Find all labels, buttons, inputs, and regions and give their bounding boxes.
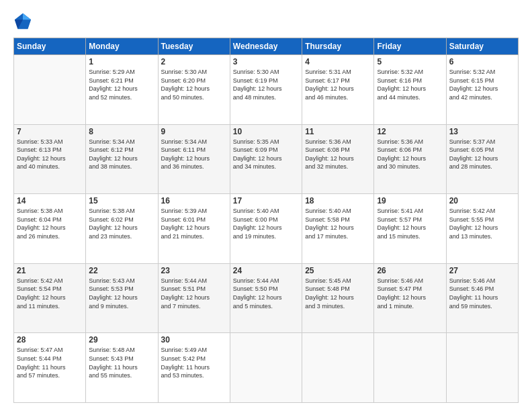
calendar-cell: 24Sunrise: 5:44 AM Sunset: 5:50 PM Dayli…: [230, 263, 302, 333]
calendar-cell: 8Sunrise: 5:34 AM Sunset: 6:12 PM Daylig…: [86, 124, 158, 194]
calendar-cell: 23Sunrise: 5:44 AM Sunset: 5:51 PM Dayli…: [158, 263, 230, 333]
day-number: 3: [233, 57, 299, 66]
calendar-cell: 29Sunrise: 5:48 AM Sunset: 5:43 PM Dayli…: [86, 333, 158, 403]
day-info: Sunrise: 5:31 AM Sunset: 6:17 PM Dayligh…: [305, 68, 371, 101]
calendar-table: SundayMondayTuesdayWednesdayThursdayFrid…: [13, 38, 519, 403]
day-number: 19: [377, 196, 443, 205]
day-number: 1: [89, 57, 154, 66]
day-info: Sunrise: 5:42 AM Sunset: 5:55 PM Dayligh…: [449, 207, 515, 240]
day-number: 7: [17, 127, 83, 136]
day-info: Sunrise: 5:38 AM Sunset: 6:02 PM Dayligh…: [89, 207, 154, 240]
weekday-header-friday: Friday: [374, 38, 446, 55]
day-info: Sunrise: 5:45 AM Sunset: 5:48 PM Dayligh…: [305, 277, 371, 310]
day-number: 18: [305, 196, 371, 205]
day-info: Sunrise: 5:35 AM Sunset: 6:09 PM Dayligh…: [233, 138, 299, 171]
weekday-header-wednesday: Wednesday: [230, 38, 302, 55]
calendar-cell: 2Sunrise: 5:30 AM Sunset: 6:20 PM Daylig…: [158, 55, 230, 125]
calendar-cell: [374, 333, 446, 403]
day-info: Sunrise: 5:44 AM Sunset: 5:51 PM Dayligh…: [161, 277, 227, 310]
day-number: 5: [377, 57, 443, 66]
day-number: 22: [89, 266, 154, 275]
day-number: 11: [305, 127, 371, 136]
day-info: Sunrise: 5:32 AM Sunset: 6:16 PM Dayligh…: [377, 68, 443, 101]
day-number: 23: [161, 266, 227, 275]
day-info: Sunrise: 5:42 AM Sunset: 5:54 PM Dayligh…: [17, 277, 83, 310]
day-info: Sunrise: 5:41 AM Sunset: 5:57 PM Dayligh…: [377, 207, 443, 240]
day-info: Sunrise: 5:30 AM Sunset: 6:20 PM Dayligh…: [161, 68, 227, 101]
calendar-cell: 18Sunrise: 5:40 AM Sunset: 5:58 PM Dayli…: [302, 194, 374, 264]
day-number: 13: [449, 127, 515, 136]
day-number: 25: [305, 266, 371, 275]
calendar-cell: 3Sunrise: 5:30 AM Sunset: 6:19 PM Daylig…: [230, 55, 302, 125]
calendar-cell: 21Sunrise: 5:42 AM Sunset: 5:54 PM Dayli…: [14, 263, 86, 333]
day-info: Sunrise: 5:49 AM Sunset: 5:42 PM Dayligh…: [161, 346, 227, 379]
calendar-week-row: 28Sunrise: 5:47 AM Sunset: 5:44 PM Dayli…: [14, 333, 519, 403]
day-info: Sunrise: 5:32 AM Sunset: 6:15 PM Dayligh…: [449, 68, 515, 101]
day-number: 15: [89, 196, 154, 205]
calendar-cell: 1Sunrise: 5:29 AM Sunset: 6:21 PM Daylig…: [86, 55, 158, 125]
weekday-header-row: SundayMondayTuesdayWednesdayThursdayFrid…: [14, 38, 519, 55]
day-info: Sunrise: 5:36 AM Sunset: 6:08 PM Dayligh…: [305, 138, 371, 171]
calendar-cell: 19Sunrise: 5:41 AM Sunset: 5:57 PM Dayli…: [374, 194, 446, 264]
day-number: 20: [449, 196, 515, 205]
logo: [13, 12, 35, 31]
day-number: 26: [377, 266, 443, 275]
day-number: 2: [161, 57, 227, 66]
day-number: 16: [161, 196, 227, 205]
calendar-cell: 10Sunrise: 5:35 AM Sunset: 6:09 PM Dayli…: [230, 124, 302, 194]
calendar-cell: 30Sunrise: 5:49 AM Sunset: 5:42 PM Dayli…: [158, 333, 230, 403]
day-info: Sunrise: 5:44 AM Sunset: 5:50 PM Dayligh…: [233, 277, 299, 310]
calendar-cell: 22Sunrise: 5:43 AM Sunset: 5:53 PM Dayli…: [86, 263, 158, 333]
svg-marker-1: [23, 13, 31, 19]
calendar-cell: 17Sunrise: 5:40 AM Sunset: 6:00 PM Dayli…: [230, 194, 302, 264]
calendar-week-row: 1Sunrise: 5:29 AM Sunset: 6:21 PM Daylig…: [14, 55, 519, 125]
calendar-cell: 16Sunrise: 5:39 AM Sunset: 6:01 PM Dayli…: [158, 194, 230, 264]
calendar-cell: 25Sunrise: 5:45 AM Sunset: 5:48 PM Dayli…: [302, 263, 374, 333]
day-number: 14: [17, 196, 83, 205]
calendar-cell: 28Sunrise: 5:47 AM Sunset: 5:44 PM Dayli…: [14, 333, 86, 403]
header: [13, 12, 519, 31]
day-number: 30: [161, 335, 227, 345]
weekday-header-tuesday: Tuesday: [158, 38, 230, 55]
day-info: Sunrise: 5:48 AM Sunset: 5:43 PM Dayligh…: [89, 346, 154, 379]
day-number: 9: [161, 127, 227, 136]
calendar-cell: [446, 333, 518, 403]
day-info: Sunrise: 5:47 AM Sunset: 5:44 PM Dayligh…: [17, 346, 83, 379]
day-info: Sunrise: 5:36 AM Sunset: 6:06 PM Dayligh…: [377, 138, 443, 171]
calendar-cell: 13Sunrise: 5:37 AM Sunset: 6:05 PM Dayli…: [446, 124, 518, 194]
day-info: Sunrise: 5:39 AM Sunset: 6:01 PM Dayligh…: [161, 207, 227, 240]
calendar-cell: [302, 333, 374, 403]
day-info: Sunrise: 5:46 AM Sunset: 5:46 PM Dayligh…: [449, 277, 515, 310]
day-info: Sunrise: 5:37 AM Sunset: 6:05 PM Dayligh…: [449, 138, 515, 171]
day-number: 12: [377, 127, 443, 136]
day-info: Sunrise: 5:40 AM Sunset: 6:00 PM Dayligh…: [233, 207, 299, 240]
day-info: Sunrise: 5:38 AM Sunset: 6:04 PM Dayligh…: [17, 207, 83, 240]
calendar-cell: 15Sunrise: 5:38 AM Sunset: 6:02 PM Dayli…: [86, 194, 158, 264]
weekday-header-saturday: Saturday: [446, 38, 518, 55]
day-number: 4: [305, 57, 371, 66]
day-info: Sunrise: 5:43 AM Sunset: 5:53 PM Dayligh…: [89, 277, 154, 310]
day-info: Sunrise: 5:29 AM Sunset: 6:21 PM Dayligh…: [89, 68, 154, 101]
day-info: Sunrise: 5:34 AM Sunset: 6:11 PM Dayligh…: [161, 138, 227, 171]
day-number: 17: [233, 196, 299, 205]
calendar-cell: 12Sunrise: 5:36 AM Sunset: 6:06 PM Dayli…: [374, 124, 446, 194]
day-info: Sunrise: 5:46 AM Sunset: 5:47 PM Dayligh…: [377, 277, 443, 310]
day-number: 27: [449, 266, 515, 275]
calendar-cell: 11Sunrise: 5:36 AM Sunset: 6:08 PM Dayli…: [302, 124, 374, 194]
day-number: 6: [449, 57, 515, 66]
day-info: Sunrise: 5:33 AM Sunset: 6:13 PM Dayligh…: [17, 138, 83, 171]
weekday-header-thursday: Thursday: [302, 38, 374, 55]
calendar-cell: 27Sunrise: 5:46 AM Sunset: 5:46 PM Dayli…: [446, 263, 518, 333]
day-number: 8: [89, 127, 154, 136]
weekday-header-sunday: Sunday: [14, 38, 86, 55]
weekday-header-monday: Monday: [86, 38, 158, 55]
calendar-cell: [14, 55, 86, 125]
calendar-week-row: 14Sunrise: 5:38 AM Sunset: 6:04 PM Dayli…: [14, 194, 519, 264]
day-info: Sunrise: 5:34 AM Sunset: 6:12 PM Dayligh…: [89, 138, 154, 171]
page: SundayMondayTuesdayWednesdayThursdayFrid…: [0, 0, 532, 411]
day-info: Sunrise: 5:30 AM Sunset: 6:19 PM Dayligh…: [233, 68, 299, 101]
calendar-cell: [230, 333, 302, 403]
calendar-cell: 9Sunrise: 5:34 AM Sunset: 6:11 PM Daylig…: [158, 124, 230, 194]
calendar-cell: 5Sunrise: 5:32 AM Sunset: 6:16 PM Daylig…: [374, 55, 446, 125]
day-number: 29: [89, 335, 154, 345]
